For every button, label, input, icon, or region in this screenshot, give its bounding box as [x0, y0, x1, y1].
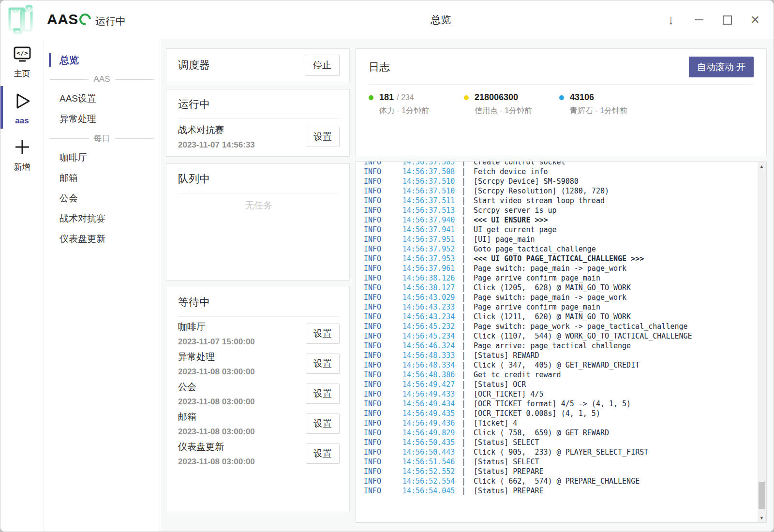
log-line: INFO14:56:48.386|Get tc credit reward — [364, 370, 766, 380]
sidebar-item-仪表盘更新[interactable]: 仪表盘更新 — [44, 229, 160, 249]
log-message: [Status] OCR — [474, 380, 526, 389]
scrollbar-thumb[interactable] — [759, 482, 765, 509]
log-level: INFO — [364, 167, 402, 177]
sidebar-item-总览[interactable]: 总览 — [44, 50, 160, 70]
resource-value: 43106 — [570, 92, 594, 103]
log-level: INFO — [364, 322, 402, 331]
waiting-task-meta: 邮箱2023-11-08 03:00:00 — [178, 411, 306, 437]
log-separator: | — [461, 486, 474, 496]
log-line: INFO14:56:37.941|UI get current page — [364, 225, 766, 235]
sidebar-item-战术对抗赛[interactable]: 战术对抗赛 — [44, 208, 160, 229]
maximize-icon[interactable] — [720, 13, 734, 27]
scroll-down-icon[interactable]: ▼ — [758, 514, 766, 522]
log-separator: | — [461, 186, 474, 196]
log-line: INFO14:56:48.333|[Status] REWARD — [364, 351, 766, 360]
resource-stat: 181/ 234体力 - 1分钟前 — [369, 92, 464, 116]
resource-stat: 43106青辉石 - 1分钟前 — [559, 92, 655, 116]
sidebar-item-邮箱[interactable]: 邮箱 — [44, 168, 160, 188]
sidebar-item-咖啡厅[interactable]: 咖啡厅 — [44, 148, 160, 168]
task-settings-button[interactable]: 设置 — [306, 354, 340, 374]
log-time: 14:56:37.511 — [402, 196, 461, 206]
log-line: INFO14:56:49.427|[Status] OCR — [364, 380, 766, 389]
waiting-task-name: 咖啡厅 — [178, 321, 306, 333]
log-scrollbar[interactable]: ▲ ▼ — [758, 162, 766, 522]
log-line: INFO14:56:37.952|Goto page_tactical_chal… — [364, 244, 766, 254]
running-title: 运行中 — [178, 97, 340, 112]
log-time: 14:56:37.951 — [402, 235, 461, 244]
yellow-dot-icon — [464, 95, 469, 100]
log-time: 14:56:52.552 — [402, 467, 461, 476]
task-columns: 调度器 停止 运行中 战术对抗赛 2023-11-07 14:56:33 设置 … — [166, 48, 350, 512]
log-time: 14:56:45.232 — [402, 322, 461, 331]
log-level: INFO — [364, 264, 402, 273]
app-logo-icon — [3, 2, 37, 36]
running-task-settings-button[interactable]: 设置 — [306, 127, 340, 147]
log-time: 14:56:48.334 — [402, 360, 461, 370]
task-settings-button[interactable]: 设置 — [306, 384, 340, 404]
sidebar-item-公会[interactable]: 公会 — [44, 188, 160, 208]
log-time: 14:56:45.234 — [402, 331, 461, 341]
log-line: INFO14:56:45.232|Page switch: page_work … — [364, 322, 766, 331]
log-separator: | — [461, 283, 474, 293]
log-separator: | — [461, 399, 474, 409]
log-separator: | — [461, 409, 474, 418]
resource-total: / 234 — [397, 93, 414, 102]
divider — [369, 84, 754, 85]
log-line: INFO14:56:37.961|Page switch: page_main … — [364, 264, 766, 273]
rail-item-新增[interactable]: 新增 — [0, 131, 44, 177]
log-message: Page arrive confirm page_main — [474, 273, 600, 283]
waiting-task-time: 2023-11-07 15:00:00 — [178, 337, 306, 347]
log-time: 14:56:37.505 — [402, 161, 461, 167]
download-arrow-icon[interactable]: ↓ — [664, 13, 678, 27]
log-viewer[interactable]: INFO14:56:37.505|Create control socketIN… — [356, 161, 767, 523]
task-settings-button[interactable]: 设置 — [306, 414, 340, 434]
close-icon[interactable]: × — [748, 13, 762, 27]
stop-button[interactable]: 停止 — [305, 55, 340, 76]
resource-stat-top: 43106 — [559, 92, 655, 103]
rail-item-主页[interactable]: </>主页 — [0, 39, 44, 84]
queue-title: 队列中 — [178, 172, 340, 186]
log-message: [Status] REWARD — [474, 351, 539, 360]
play-icon — [12, 91, 32, 113]
resource-caption: 青辉石 - 1分钟前 — [570, 106, 655, 116]
divider — [178, 118, 340, 119]
waiting-task-meta: 仪表盘更新2023-11-08 03:00:00 — [178, 441, 306, 467]
queue-card: 队列中 无任务 — [166, 163, 350, 281]
log-separator: | — [461, 351, 474, 360]
sidebar-item-AAS设置[interactable]: AAS设置 — [44, 89, 160, 109]
log-level: INFO — [364, 380, 402, 389]
log-level: INFO — [364, 161, 402, 167]
log-separator: | — [461, 254, 474, 264]
log-line: INFO14:56:49.433|[OCR_TICKET] 4/5 — [364, 389, 766, 399]
log-separator: | — [461, 177, 474, 186]
log-level: INFO — [364, 244, 402, 254]
log-message: [Scrcpy Resolution] (1280, 720) — [474, 186, 609, 196]
log-message: Page switch: page_main -> page_work — [474, 264, 626, 273]
log-separator: | — [461, 447, 474, 457]
log-time: 14:56:49.829 — [402, 428, 461, 438]
log-time: 14:56:37.513 — [402, 206, 461, 215]
task-settings-button[interactable]: 设置 — [306, 324, 340, 344]
log-line: INFO14:56:43.233|Page arrive confirm pag… — [364, 302, 766, 312]
log-separator: | — [461, 225, 474, 235]
log-line: INFO14:56:49.435|[OCR_TICKET 0.008s] (4,… — [364, 409, 766, 418]
sidebar-item-异常处理[interactable]: 异常处理 — [44, 109, 160, 129]
waiting-task-row: 咖啡厅2023-11-07 15:00:00设置 — [178, 321, 340, 347]
task-settings-button[interactable]: 设置 — [306, 443, 340, 464]
log-separator: | — [461, 206, 474, 215]
running-task-row: 战术对抗赛 2023-11-07 14:56:33 设置 — [178, 124, 340, 150]
log-separator: | — [461, 235, 474, 244]
scroll-up-icon[interactable]: ▲ — [758, 162, 766, 170]
rail-item-aas[interactable]: aas — [0, 84, 44, 131]
log-message: [OCR_TICKET 0.008s] (4, 1, 5) — [474, 409, 600, 418]
log-message: Get tc credit reward — [474, 370, 561, 380]
autoscroll-toggle-button[interactable]: 自动滚动 开 — [689, 57, 754, 77]
log-message: Click ( 662, 574) @ PREPARE_CHALLENGE — [474, 476, 640, 486]
log-separator: | — [461, 370, 474, 380]
minimize-icon[interactable] — [692, 13, 706, 27]
running-task-time: 2023-11-07 14:56:33 — [178, 140, 306, 150]
rail-item-label: aas — [15, 116, 29, 126]
log-level: INFO — [364, 351, 402, 360]
log-line: INFO14:56:43.234|Click (1211, 620) @ MAI… — [364, 312, 766, 322]
log-header-card: 日志 自动滚动 开 181/ 234体力 - 1分钟前218006300信用点 … — [356, 48, 767, 156]
